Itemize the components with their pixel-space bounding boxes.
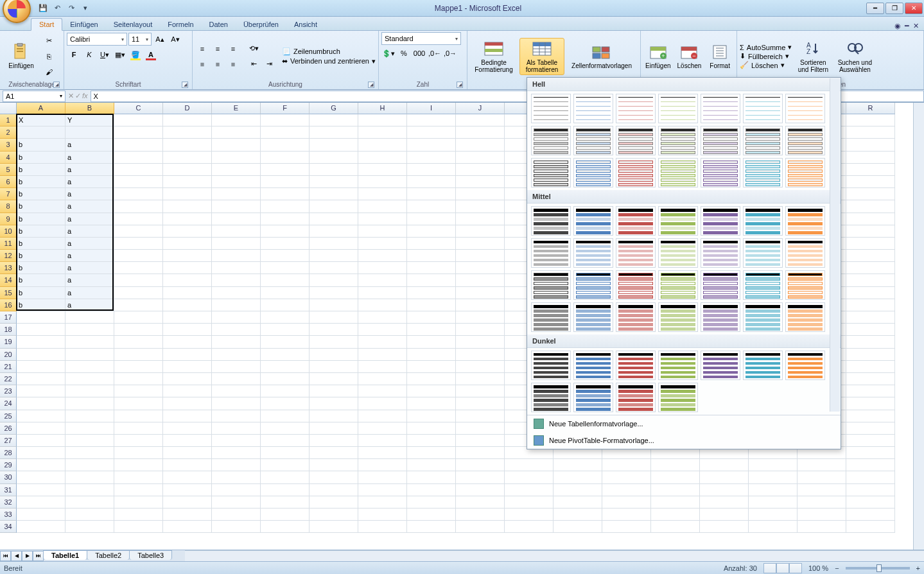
- cell[interactable]: [261, 287, 309, 299]
- zoom-slider[interactable]: [846, 567, 910, 570]
- cell[interactable]: [407, 299, 456, 311]
- cell[interactable]: [651, 484, 700, 496]
- table-style-thumb[interactable]: [701, 126, 740, 155]
- cell[interactable]: [309, 385, 358, 397]
- cell[interactable]: b: [17, 176, 65, 188]
- row-header[interactable]: 11: [0, 238, 17, 250]
- cell[interactable]: [261, 274, 309, 286]
- ribbon-minimize-icon[interactable]: ━: [905, 22, 909, 30]
- row-header[interactable]: 22: [0, 373, 17, 385]
- close-button[interactable]: ✕: [905, 3, 923, 14]
- sheet-nav-first-icon[interactable]: ⏮: [0, 551, 11, 561]
- row-header[interactable]: 9: [0, 213, 17, 225]
- cell[interactable]: [114, 435, 163, 447]
- cell[interactable]: [309, 274, 358, 286]
- cell[interactable]: [163, 126, 212, 139]
- cell[interactable]: [261, 114, 309, 126]
- cell[interactable]: [212, 397, 261, 410]
- font-color-icon[interactable]: A: [144, 48, 158, 62]
- cell[interactable]: [407, 496, 456, 509]
- cell[interactable]: [65, 311, 114, 324]
- table-style-thumb[interactable]: [616, 270, 656, 300]
- cell[interactable]: [163, 447, 212, 459]
- table-style-thumb[interactable]: [658, 158, 698, 187]
- cell[interactable]: [358, 373, 407, 385]
- cell[interactable]: [163, 262, 212, 274]
- cell[interactable]: [846, 262, 895, 274]
- grow-font-icon[interactable]: A▴: [153, 32, 167, 46]
- align-bottom-icon[interactable]: ≡: [226, 42, 240, 56]
- cell[interactable]: [261, 471, 309, 483]
- cell[interactable]: [651, 521, 700, 533]
- cell[interactable]: [163, 459, 212, 471]
- cell[interactable]: [407, 471, 456, 483]
- cell[interactable]: [505, 459, 554, 471]
- row-header[interactable]: 27: [0, 435, 17, 447]
- cell[interactable]: [212, 114, 261, 126]
- table-style-thumb[interactable]: [701, 158, 740, 187]
- cell[interactable]: [17, 385, 65, 397]
- cell[interactable]: [212, 471, 261, 483]
- orientation-icon[interactable]: ⟲▾: [247, 42, 261, 56]
- cell[interactable]: [602, 459, 651, 471]
- cell[interactable]: b: [17, 152, 65, 164]
- cell[interactable]: [114, 152, 163, 164]
- cell[interactable]: [309, 521, 358, 533]
- cell[interactable]: [358, 336, 407, 348]
- table-style-thumb[interactable]: [701, 351, 740, 380]
- cell[interactable]: [114, 422, 163, 435]
- cell[interactable]: b: [17, 238, 65, 250]
- cell[interactable]: [163, 176, 212, 188]
- cell[interactable]: [846, 324, 895, 336]
- italic-icon[interactable]: K: [82, 48, 96, 62]
- cell[interactable]: [846, 484, 895, 496]
- cell[interactable]: [358, 287, 407, 299]
- cell[interactable]: [163, 250, 212, 262]
- cell[interactable]: [261, 213, 309, 225]
- cell[interactable]: [17, 459, 65, 471]
- cell[interactable]: [846, 126, 895, 139]
- cell[interactable]: [212, 152, 261, 164]
- tab-start[interactable]: Start: [31, 18, 62, 31]
- cell[interactable]: [163, 361, 212, 373]
- column-header[interactable]: F: [261, 103, 309, 114]
- cell[interactable]: [212, 349, 261, 361]
- cell[interactable]: [212, 336, 261, 348]
- table-style-thumb[interactable]: [573, 270, 613, 300]
- wrap-text-button[interactable]: 📃 Zeilenumbruch: [282, 48, 376, 56]
- row-header[interactable]: 10: [0, 225, 17, 238]
- sheet-nav-last-icon[interactable]: ⏭: [33, 551, 44, 561]
- table-style-thumb[interactable]: [701, 270, 740, 300]
- cell[interactable]: [456, 361, 505, 373]
- cell[interactable]: [358, 422, 407, 435]
- cell[interactable]: [456, 287, 505, 299]
- find-select-button[interactable]: Suchen und Auswählen: [834, 38, 875, 75]
- cell[interactable]: [358, 324, 407, 336]
- cell[interactable]: [309, 459, 358, 471]
- cell[interactable]: a: [65, 152, 114, 164]
- cell[interactable]: [407, 349, 456, 361]
- cell[interactable]: [358, 459, 407, 471]
- cell[interactable]: a: [65, 299, 114, 311]
- cell[interactable]: [261, 422, 309, 435]
- row-header[interactable]: 16: [0, 299, 17, 311]
- table-style-thumb[interactable]: [743, 302, 783, 332]
- cell[interactable]: [456, 262, 505, 274]
- cell[interactable]: [309, 139, 358, 151]
- cell[interactable]: [309, 200, 358, 213]
- cell[interactable]: [456, 385, 505, 397]
- sheet-nav-next-icon[interactable]: ▶: [22, 551, 33, 561]
- cell[interactable]: [407, 397, 456, 410]
- cell[interactable]: [358, 225, 407, 238]
- cell[interactable]: [309, 373, 358, 385]
- cell[interactable]: [163, 435, 212, 447]
- cell[interactable]: b: [17, 287, 65, 299]
- cell[interactable]: [163, 410, 212, 422]
- row-header[interactable]: 2: [0, 126, 17, 139]
- row-header[interactable]: 29: [0, 459, 17, 471]
- table-style-thumb[interactable]: [701, 94, 740, 123]
- cell[interactable]: [456, 114, 505, 126]
- cell[interactable]: [212, 188, 261, 200]
- cell[interactable]: a: [65, 287, 114, 299]
- cell[interactable]: [358, 213, 407, 225]
